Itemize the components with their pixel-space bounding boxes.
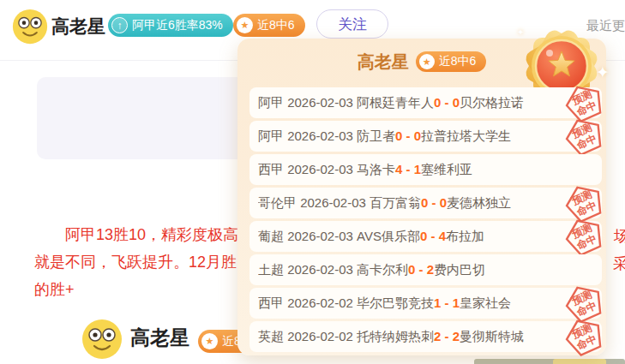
- popup-header: 高老星 ★ 近8中6: [237, 50, 606, 74]
- page: 高老星 ↑ 阿甲近6胜率83% ★ 近8中6 关注 最近更新 阿甲13胜10，精…: [0, 0, 625, 364]
- match-text: 土超 2026-02-03 高卡尔利0 - 2费内巴切: [258, 262, 485, 278]
- match-text: 阿甲 2026-02-03 防卫者0 - 0拉普拉塔大学生: [258, 128, 511, 145]
- username[interactable]: 高老星: [51, 15, 105, 39]
- hit-streak-badge: ★ 近8中6: [233, 14, 305, 37]
- match-text: 哥伦甲 2026-02-03 百万富翁0 - 0麦德林独立: [258, 195, 511, 212]
- away-score: 0: [440, 195, 447, 210]
- away-score: 4: [439, 229, 446, 243]
- match-row[interactable]: 阿甲 2026-02-03 防卫者0 - 0拉普拉塔大学生预测命中: [249, 121, 602, 152]
- away-score: 0: [414, 128, 421, 143]
- sparkle-icon: ✦: [517, 27, 524, 37]
- smiley-avatar-icon: [81, 319, 123, 360]
- score-dash: -: [415, 262, 426, 277]
- star-icon: ★: [201, 333, 218, 349]
- match-row[interactable]: 葡超 2026-02-03 AVS俱乐部0 - 4布拉加预测命中: [249, 221, 602, 252]
- match-row[interactable]: 哥伦甲 2026-02-03 百万富翁0 - 0麦德林独立预测命中: [249, 188, 602, 218]
- popup-hit-badge-label: 近8中6: [439, 54, 477, 69]
- smiley-avatar-icon: [12, 9, 48, 45]
- match-row[interactable]: 阿甲 2026-02-03 阿根廷青年人0 - 0贝尔格拉诺预测命中: [249, 87, 602, 118]
- score-dash: -: [441, 295, 452, 310]
- user-avatar[interactable]: [12, 9, 48, 45]
- star-icon: ★: [237, 17, 253, 33]
- recent-update-label: 最近更新: [586, 18, 625, 34]
- away-score: 1: [414, 162, 421, 176]
- match-list: 阿甲 2026-02-03 阿根廷青年人0 - 0贝尔格拉诺预测命中阿甲 202…: [249, 87, 602, 355]
- match-row[interactable]: 西甲 2026-02-03 马洛卡4 - 1塞维利亚: [249, 154, 602, 185]
- score-dash: -: [402, 162, 413, 176]
- away-score: 1: [453, 295, 460, 310]
- score-dash: -: [441, 95, 452, 110]
- win-rate-badge-label: 阿甲近6胜率83%: [132, 18, 223, 33]
- star-icon: ★: [419, 54, 435, 69]
- away-score: 2: [453, 329, 460, 343]
- win-rate-badge: ↑ 阿甲近6胜率83%: [108, 14, 233, 37]
- away-score: 2: [427, 262, 434, 277]
- match-text: 阿甲 2026-02-03 阿根廷青年人0 - 0贝尔格拉诺: [258, 95, 524, 111]
- author-avatar[interactable]: [81, 319, 123, 360]
- prediction-history-popup: 高老星 ★ 近8中6: [237, 39, 606, 355]
- score-dash: -: [428, 195, 439, 210]
- score-dash: -: [441, 329, 452, 343]
- match-row[interactable]: 英超 2026-02-02 托特纳姆热刺2 - 2曼彻斯特城预测命中: [249, 321, 602, 352]
- hit-streak-badge-label: 近8中6: [257, 18, 295, 33]
- arrow-up-icon: ↑: [111, 17, 128, 33]
- post-text-line: 的胜+: [34, 279, 75, 300]
- post-text-fragment: 采: [613, 254, 625, 274]
- popup-title: 高老星: [358, 51, 409, 74]
- background-image-sliver: [474, 359, 625, 364]
- match-text: 西甲 2026-02-02 毕尔巴鄂竞技1 - 1皇家社会: [258, 295, 511, 312]
- away-score: 0: [453, 95, 460, 110]
- match-text: 英超 2026-02-02 托特纳姆热刺2 - 2曼彻斯特城: [258, 329, 524, 345]
- post-text-line: 就是不同，飞跃提升。12月胜: [34, 252, 237, 272]
- match-row[interactable]: 土超 2026-02-03 高卡尔利0 - 2费内巴切: [249, 254, 602, 285]
- post-text-fragment: 场: [614, 226, 625, 247]
- post-text-line: 阿甲13胜10，精彩度极高: [65, 224, 238, 245]
- score-dash: -: [402, 128, 413, 143]
- match-text: 西甲 2026-02-03 马洛卡4 - 1塞维利亚: [258, 162, 472, 178]
- match-text: 葡超 2026-02-03 AVS俱乐部0 - 4布拉加: [258, 229, 484, 245]
- popup-hit-badge: ★ 近8中6: [416, 51, 487, 72]
- author-name[interactable]: 高老星: [130, 325, 189, 351]
- score-dash: -: [427, 229, 438, 243]
- follow-button[interactable]: 关注: [316, 9, 388, 39]
- match-row[interactable]: 西甲 2026-02-02 毕尔巴鄂竞技1 - 1皇家社会预测命中: [249, 288, 602, 319]
